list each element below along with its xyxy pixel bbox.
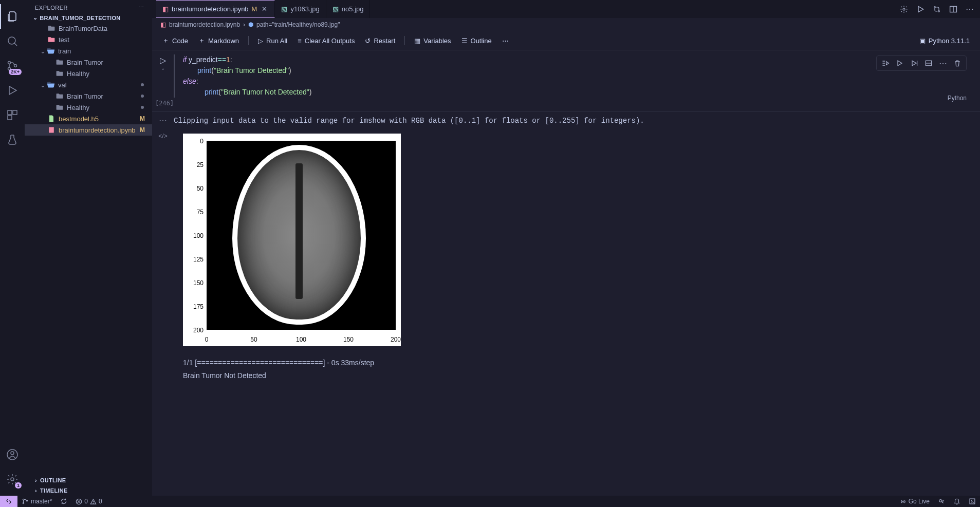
tab[interactable]: ◧braintumordetection.ipynbM✕	[156, 0, 275, 18]
tab[interactable]: ▧no5.jpg	[326, 0, 371, 18]
output-more-icon[interactable]: ⋯	[159, 116, 167, 125]
plus-icon: ＋	[162, 36, 169, 45]
tab[interactable]: ▧y1063.jpg	[275, 0, 326, 18]
clear-outputs-button[interactable]: ≡Clear All Outputs	[293, 35, 359, 46]
kernel-label: Python 3.11.1	[929, 37, 970, 45]
tree-label: Healthy	[67, 70, 89, 78]
search-icon[interactable]	[0, 29, 25, 53]
folder-item[interactable]: Brain Tumor	[25, 90, 152, 102]
code-line-3[interactable]: else:	[183, 76, 970, 87]
more-cell-icon[interactable]: ⋯	[937, 58, 949, 69]
folder-icon	[47, 81, 55, 89]
folder-item[interactable]: ⌄train	[25, 45, 152, 57]
svg-point-17	[938, 10, 940, 12]
file-item[interactable]: braintumordetection.ipynbM	[25, 124, 152, 136]
brain-mri-image	[232, 145, 366, 325]
folder-icon	[47, 47, 55, 55]
execute-above-icon[interactable]	[909, 58, 920, 69]
go-live-button[interactable]: Go Live	[896, 498, 934, 505]
manage-kernels-icon[interactable]	[900, 5, 908, 13]
execute-cell-icon[interactable]	[894, 58, 905, 69]
warning-count: 0	[99, 498, 102, 505]
outline-button[interactable]: ☰Outline	[457, 35, 496, 46]
sync-button[interactable]	[56, 498, 71, 505]
folder-item[interactable]: Brain Tumor	[25, 57, 152, 68]
run-icon[interactable]	[916, 5, 924, 13]
remote-indicator[interactable]	[0, 496, 17, 507]
add-markdown-button[interactable]: ＋Markdown	[194, 34, 243, 47]
run-dropdown-icon[interactable]: ⌄	[161, 65, 165, 71]
tab-modified: M	[252, 5, 257, 13]
layout-icon[interactable]	[949, 5, 957, 13]
problems-indicator[interactable]: 0 0	[71, 498, 106, 505]
workspace-root[interactable]: ⌄ BRAIN_TUMOR_DETECTION	[25, 13, 152, 23]
cell-language[interactable]: Python	[948, 95, 967, 102]
testing-icon[interactable]	[0, 127, 25, 152]
status-bar: master* 0 0 Go Live	[0, 496, 980, 507]
accounts-icon[interactable]	[0, 442, 25, 467]
svg-rect-13	[49, 127, 54, 133]
code-cell[interactable]: ▷ ⌄ ⋯ if y_predict==1: print("Brain Tumo…	[152, 54, 980, 98]
folder-item[interactable]: Healthy	[25, 68, 152, 79]
settings-badge: 1	[15, 482, 22, 489]
split-cell-icon[interactable]	[923, 58, 934, 69]
code-line-2[interactable]: print("Brain Tumor Detected")	[183, 65, 970, 76]
bell-icon[interactable]	[949, 498, 965, 505]
plot-output: 0255075100125150175200050100150200	[183, 134, 401, 346]
run-all-button[interactable]: ▷Run All	[254, 35, 291, 46]
breadcrumb-symbol: path="train/Healthey/no89.jpg"	[256, 21, 340, 28]
outline-label: Outline	[471, 37, 492, 45]
y-tick: 150	[183, 278, 204, 288]
plot-image-area	[207, 141, 396, 330]
dirty-dot	[141, 83, 144, 86]
svg-marker-15	[918, 6, 923, 12]
chevron-right-icon: ›	[35, 487, 37, 494]
output-warning-row: ⋯ Clipping input data to the valid range…	[152, 111, 980, 132]
more-actions-icon[interactable]: ⋯	[966, 4, 974, 14]
folder-item[interactable]: ⌄val	[25, 79, 152, 90]
y-tick: 0	[183, 137, 204, 146]
run-by-line-icon[interactable]	[880, 58, 891, 69]
tab-bar: ◧braintumordetection.ipynbM✕▧y1063.jpg▧n…	[152, 0, 980, 18]
more-icon[interactable]: ⋯	[138, 4, 144, 11]
breadcrumb[interactable]: ◧ braintumordetection.ipynb › ⬢ path="tr…	[152, 18, 980, 31]
image-file-icon: ▧	[281, 5, 287, 13]
kernel-selector[interactable]: ▣Python 3.11.1	[915, 35, 974, 46]
code-line-4[interactable]: print("Brain Tumor Not Detected")	[183, 87, 970, 98]
restart-icon: ↺	[365, 37, 371, 45]
prettier-icon[interactable]	[965, 498, 980, 505]
code-line-1[interactable]: if y_predict==1:	[183, 54, 970, 65]
tree-label: val	[58, 81, 67, 89]
outline-section[interactable]: › OUTLINE	[25, 475, 152, 485]
branch-indicator[interactable]: master*	[17, 498, 56, 505]
y-tick: 75	[183, 208, 204, 217]
run-debug-icon[interactable]	[0, 78, 25, 103]
settings-gear-icon[interactable]: 1	[0, 467, 25, 492]
svg-point-12	[11, 478, 14, 481]
feedback-icon[interactable]	[934, 498, 949, 505]
files-icon[interactable]	[0, 4, 25, 29]
timeline-section[interactable]: › TIMELINE	[25, 485, 152, 496]
file-icon	[47, 115, 56, 123]
folder-item[interactable]: Healthy	[25, 102, 152, 113]
run-cell-button[interactable]: ▷	[160, 55, 166, 65]
tree-label: BrainTumorData	[59, 25, 107, 32]
git-compare-icon[interactable]	[933, 5, 941, 13]
close-icon[interactable]: ✕	[260, 5, 268, 13]
folder-item[interactable]: test	[25, 34, 152, 45]
source-control-icon[interactable]: 2K+	[0, 53, 25, 78]
add-code-label: Code	[172, 37, 188, 45]
svg-line-1	[14, 43, 17, 46]
y-tick: 125	[183, 255, 204, 264]
file-item[interactable]: bestmodel.h5M	[25, 113, 152, 124]
folder-icon	[47, 35, 56, 44]
add-code-button[interactable]: ＋Code	[158, 34, 192, 47]
svg-rect-7	[13, 110, 17, 115]
toolbar-more-button[interactable]: ⋯	[498, 35, 513, 46]
delete-cell-icon[interactable]	[952, 58, 963, 69]
variables-button[interactable]: ▦Variables	[410, 35, 455, 46]
folder-item[interactable]: BrainTumorData	[25, 23, 152, 34]
restart-button[interactable]: ↺Restart	[361, 35, 399, 46]
extensions-icon[interactable]	[0, 103, 25, 127]
notebook-body[interactable]: ▷ ⌄ ⋯ if y_predict==1: print("Brain Tumo…	[152, 50, 980, 496]
